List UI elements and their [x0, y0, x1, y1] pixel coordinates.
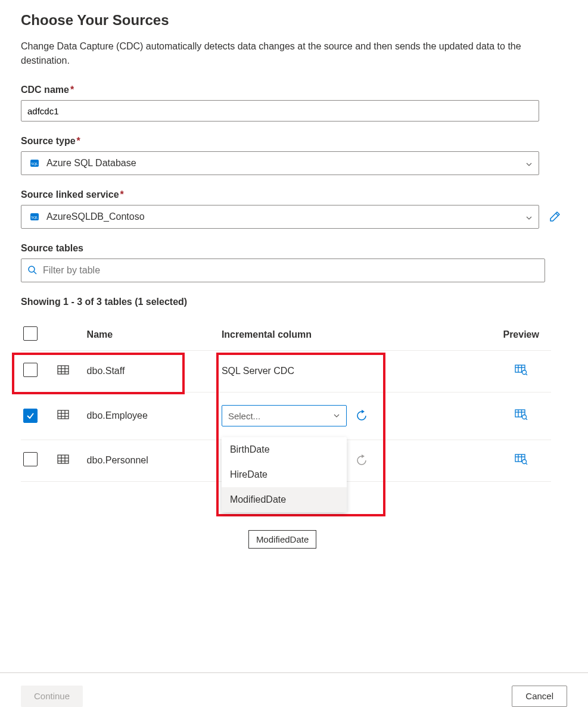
- database-icon: SQL: [30, 212, 39, 222]
- source-type-select[interactable]: SQL Azure SQL Database: [21, 151, 539, 175]
- svg-point-37: [522, 460, 526, 464]
- dropdown-option[interactable]: BirthDate: [222, 437, 347, 462]
- svg-text:SQL: SQL: [31, 162, 38, 166]
- row-checkbox[interactable]: [23, 409, 38, 423]
- tooltip: ModifiedDate: [248, 530, 316, 549]
- required-asterisk: *: [77, 136, 80, 146]
- required-asterisk: *: [70, 85, 74, 95]
- select-all-checkbox[interactable]: [23, 326, 38, 341]
- search-icon: [27, 265, 37, 276]
- chevron-down-icon: [525, 213, 533, 220]
- source-type-label-text: Source type: [21, 136, 76, 146]
- svg-line-38: [525, 463, 527, 465]
- column-header-preview: Preview: [491, 319, 551, 350]
- cancel-button[interactable]: Cancel: [512, 686, 567, 707]
- refresh-button[interactable]: [355, 454, 368, 467]
- svg-point-15: [522, 370, 526, 375]
- column-header-incremental: Incremental column: [222, 319, 491, 350]
- table-row-name: dbo.Staff: [87, 350, 222, 392]
- incremental-select-placeholder: Select...: [228, 411, 333, 421]
- svg-line-5: [34, 272, 36, 274]
- refresh-button[interactable]: [355, 409, 368, 422]
- table-icon: [57, 457, 70, 468]
- linked-service-select[interactable]: SQL AzureSQLDB_Contoso: [21, 205, 539, 229]
- chevron-down-icon: [333, 411, 340, 421]
- column-header-name: Name: [87, 319, 222, 350]
- table-row-name: dbo.Employee: [87, 392, 222, 440]
- dropdown-option[interactable]: HireDate: [222, 462, 347, 487]
- svg-point-4: [29, 266, 35, 272]
- svg-rect-28: [58, 455, 69, 463]
- chevron-down-icon: [525, 160, 533, 167]
- sources-table: Name Incremental column Preview: [21, 319, 551, 482]
- showing-count-text: Showing 1 - 3 of 3 tables (1 selected): [21, 297, 567, 307]
- row-checkbox[interactable]: [23, 452, 38, 466]
- database-icon: SQL: [30, 158, 39, 168]
- svg-line-16: [525, 374, 527, 376]
- footer-bar: Continue Cancel: [0, 672, 588, 707]
- page-description: Change Data Capture (CDC) automatically …: [21, 39, 539, 68]
- preview-button[interactable]: [515, 456, 528, 466]
- svg-text:SQL: SQL: [31, 216, 38, 219]
- svg-rect-17: [58, 410, 69, 419]
- incremental-dropdown-panel: BirthDate HireDate ModifiedDate: [222, 437, 347, 512]
- svg-point-26: [522, 415, 526, 419]
- cdc-name-input[interactable]: [21, 100, 539, 122]
- cdc-name-label: CDC name*: [21, 85, 567, 95]
- table-row: dbo.Staff SQL Server CDC: [21, 350, 551, 392]
- required-asterisk: *: [120, 189, 124, 200]
- source-type-value: Azure SQL Database: [46, 158, 525, 169]
- table-icon: [57, 413, 70, 423]
- table-row-incremental: SQL Server CDC: [222, 350, 491, 392]
- preview-button[interactable]: [515, 367, 528, 377]
- table-row-name: dbo.Personnel: [87, 440, 222, 481]
- page-title: Choose Your Sources: [21, 12, 567, 29]
- filter-input-container[interactable]: [21, 258, 545, 282]
- table-icon: [57, 368, 70, 378]
- dropdown-option[interactable]: ModifiedDate: [222, 487, 347, 512]
- cdc-name-label-text: CDC name: [21, 85, 69, 95]
- svg-line-27: [525, 419, 527, 421]
- source-tables-label: Source tables: [21, 243, 567, 254]
- continue-button[interactable]: Continue: [21, 686, 83, 707]
- filter-input[interactable]: [42, 264, 539, 276]
- row-checkbox[interactable]: [23, 363, 38, 377]
- linked-service-label: Source linked service*: [21, 189, 567, 200]
- linked-service-value: AzureSQLDB_Contoso: [46, 211, 525, 222]
- preview-button[interactable]: [515, 412, 528, 422]
- edit-linked-service-button[interactable]: [546, 208, 563, 225]
- incremental-column-select[interactable]: Select...: [222, 405, 347, 426]
- linked-service-label-text: Source linked service: [21, 189, 119, 200]
- table-row: dbo.Employee Select...: [21, 392, 551, 440]
- svg-rect-6: [58, 366, 69, 374]
- source-type-label: Source type*: [21, 136, 567, 147]
